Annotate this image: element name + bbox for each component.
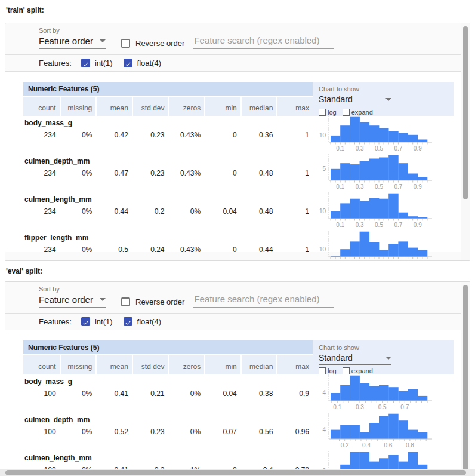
feature-stat: 0.48: [240, 206, 277, 216]
svg-text:0.9: 0.9: [414, 145, 422, 152]
svg-text:0.7: 0.7: [394, 145, 402, 152]
feature-stat: 0%: [60, 244, 96, 254]
chart-to-show-value: Standard: [319, 94, 353, 104]
histogram-chart: 0.10.30.50.70.95: [313, 154, 439, 190]
numeric-features-title: Numeric Features (5): [23, 340, 313, 355]
feature-stat: 0.23: [132, 426, 168, 436]
horizontal-scrollbar[interactable]: [0, 469, 475, 476]
reverse-order-checkbox[interactable]: Reverse order: [121, 39, 184, 48]
feature-search-input[interactable]: [193, 294, 334, 308]
feature-name: flipper_length_mm: [23, 232, 313, 244]
eval-stats-content: Numeric Features (5) countmissingmeanstd…: [5, 330, 470, 476]
feature-stat: 0%: [60, 388, 96, 398]
feature-stat: 0.9: [276, 388, 313, 398]
svg-text:0.5: 0.5: [375, 183, 383, 190]
svg-text:10: 10: [319, 208, 326, 214]
feature-stat: 0.43%: [168, 130, 205, 139]
table-row: body_mass_g1000%0.410.210%0.040.380.9: [23, 374, 313, 413]
log-checkbox[interactable]: log: [319, 367, 337, 374]
numeric-features-title: Numeric Features (5): [23, 82, 313, 97]
feature-stat: 0: [204, 168, 240, 177]
feature-stat: 234: [23, 130, 60, 139]
histogram-chart: 0.10.30.50.70.910: [313, 116, 439, 152]
svg-text:0.7: 0.7: [394, 222, 402, 228]
feature-stat: 0%: [60, 130, 96, 139]
column-header-min: min: [204, 97, 240, 116]
svg-text:0.5: 0.5: [375, 222, 383, 228]
chart-to-show-label: Chart to show: [319, 344, 448, 351]
column-header-row: countmissingmeanstd devzerosminmedianmax: [23, 355, 313, 374]
histogram-row-culmen_length_mm: 0.10.30.50.70.910: [313, 192, 454, 231]
feature-stat: 0.36: [240, 130, 277, 139]
train-stats-panel: Sort by Feature order Reverse order Feat…: [5, 23, 470, 261]
feature-name: body_mass_g: [23, 118, 313, 130]
column-header-zeros: zeros: [168, 355, 205, 374]
feature-stat: 0.07: [204, 426, 240, 436]
svg-text:0.3: 0.3: [356, 404, 364, 410]
histogram-column: 0.10.30.50.70.9100.10.30.50.70.950.10.30…: [313, 116, 454, 261]
eval-feature-filters: Features: int(1) float(4): [5, 314, 470, 330]
table-row: culmen_depth_mm2340%0.470.230.43%00.481: [23, 154, 313, 192]
feature-filter-float[interactable]: float(4): [124, 59, 161, 67]
svg-text:0.7: 0.7: [400, 404, 409, 410]
svg-text:0.1: 0.1: [336, 260, 344, 261]
svg-text:0.5: 0.5: [375, 145, 383, 152]
eval-stats-panel: Sort by Feature order Reverse order Feat…: [5, 281, 470, 476]
log-checkbox[interactable]: log: [319, 109, 337, 116]
feature-stat: 100: [23, 388, 60, 398]
train-stats-content: Numeric Features (5) countmissingmeanstd…: [5, 72, 470, 252]
feature-stat: 0.43%: [168, 168, 205, 177]
chevron-down-icon: [385, 98, 391, 101]
chart-to-show-dropdown[interactable]: Standard: [319, 94, 391, 106]
feature-name: body_mass_g: [23, 376, 313, 388]
feature-stat: 0.21: [132, 388, 168, 398]
sort-by-dropdown[interactable]: Feature order: [39, 36, 106, 49]
svg-text:0.4: 0.4: [362, 442, 371, 449]
svg-text:0.6: 0.6: [384, 442, 393, 449]
feature-filter-float[interactable]: float(4): [124, 317, 161, 326]
feature-stat: 234: [23, 206, 60, 216]
checkbox-checked-icon: [124, 59, 132, 67]
sort-by-value: Feature order: [39, 294, 93, 305]
feature-filter-int[interactable]: int(1): [81, 317, 113, 326]
eval-split-label: 'eval' split:: [6, 267, 470, 275]
svg-text:0.3: 0.3: [356, 145, 364, 152]
eval-chart-column: Chart to show Standard log expand: [313, 340, 454, 476]
svg-text:4: 4: [322, 426, 326, 433]
histogram-chart: 0.10.30.50.70.910: [313, 192, 439, 228]
feature-stat: 1: [276, 130, 313, 139]
feature-stat: 0.38: [240, 388, 277, 398]
expand-checkbox[interactable]: expand: [343, 109, 373, 116]
features-label: Features:: [39, 317, 72, 326]
feature-filter-int[interactable]: int(1): [81, 59, 113, 67]
histogram-chart: 0.10.30.50.74: [313, 374, 439, 410]
column-header-zeros: zeros: [168, 97, 205, 116]
sort-by-value: Feature order: [39, 36, 93, 46]
vertical-scrollbar[interactable]: [461, 23, 470, 260]
train-chart-column: Chart to show Standard log expand: [313, 82, 454, 261]
table-row: culmen_depth_mm1000%0.520.230%0.070.560.…: [23, 413, 313, 451]
feature-stat: 0%: [60, 168, 96, 177]
svg-text:0.7: 0.7: [394, 260, 402, 261]
chart-to-show-dropdown[interactable]: Standard: [319, 353, 391, 365]
feature-stat: 0.44: [95, 206, 132, 216]
chart-to-show-label: Chart to show: [319, 85, 448, 93]
feature-search-input[interactable]: [193, 35, 334, 49]
column-header-max: max: [276, 97, 313, 116]
vertical-scrollbar[interactable]: [461, 282, 470, 476]
expand-checkbox[interactable]: expand: [343, 367, 373, 374]
checkbox-unchecked-icon: [319, 367, 326, 374]
table-body: body_mass_g1000%0.410.210%0.040.380.9cul…: [23, 374, 313, 476]
svg-text:0.1: 0.1: [333, 404, 341, 410]
svg-text:0.9: 0.9: [414, 222, 422, 228]
sort-by-dropdown[interactable]: Feature order: [39, 294, 106, 308]
reverse-order-checkbox[interactable]: Reverse order: [121, 297, 184, 306]
scrollbar-thumb[interactable]: [5, 470, 466, 475]
column-header-mean: mean: [95, 97, 132, 116]
svg-text:0.9: 0.9: [414, 260, 422, 261]
table-body: body_mass_g2340%0.420.230.43%00.361culme…: [23, 116, 313, 261]
svg-text:0.2: 0.2: [341, 442, 349, 449]
scrollbar-thumb[interactable]: [463, 26, 468, 199]
notebook-output-area: 'train' split: Sort by Feature order Rev…: [0, 0, 475, 476]
scrollbar-thumb[interactable]: [463, 285, 468, 475]
